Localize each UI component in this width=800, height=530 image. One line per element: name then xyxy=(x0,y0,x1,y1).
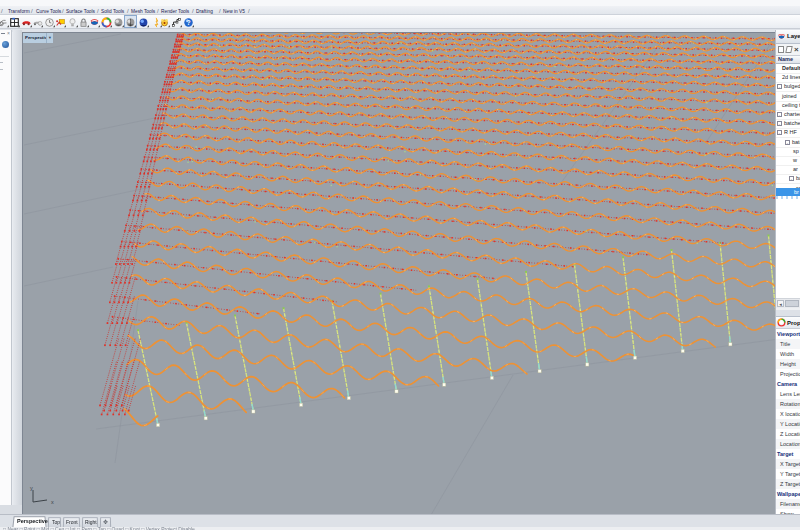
svg-text:y: y xyxy=(30,485,33,491)
svg-text:x: x xyxy=(51,499,54,505)
svg-text:?: ? xyxy=(186,19,190,26)
